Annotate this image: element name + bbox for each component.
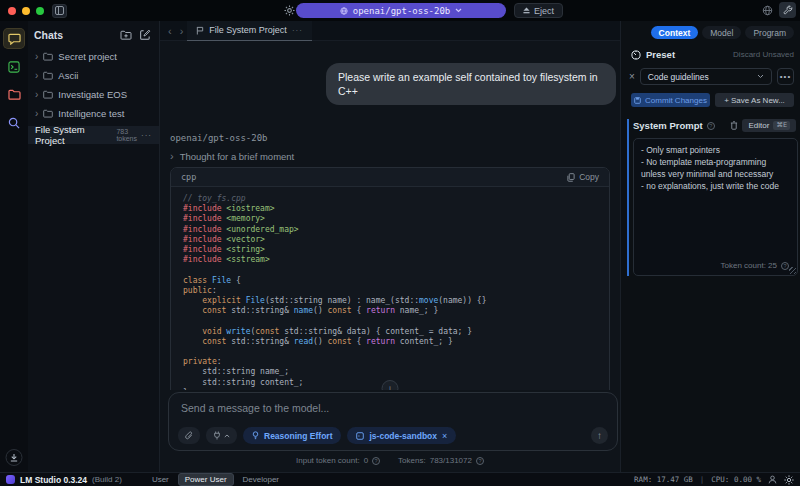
trash-icon-button[interactable] [730, 121, 738, 130]
chat-scroll-area[interactable]: Please write an example self contained t… [160, 41, 620, 390]
tab-program[interactable]: Program [745, 26, 794, 39]
message-input[interactable] [169, 393, 617, 421]
new-folder-button[interactable] [118, 27, 134, 43]
terminal-icon [8, 61, 20, 73]
chat-options-button[interactable]: ··· [141, 131, 152, 140]
code-line: const std::string& read() const { return… [183, 337, 597, 347]
folder-small-icon [43, 52, 53, 61]
folder-small-icon [43, 90, 53, 99]
help-circle-icon[interactable]: ? [781, 262, 789, 270]
mode-user[interactable]: User [145, 473, 176, 486]
scroll-to-bottom-button[interactable]: ↓ [382, 380, 399, 390]
pill-label: js-code-sandbox [369, 431, 437, 441]
columns-icon [55, 6, 64, 15]
sidebar-folder-secret-project[interactable]: › Secret project [28, 47, 159, 66]
input-token-value: 0 [364, 456, 368, 465]
discard-unsaved-button[interactable]: Discard Unsaved [733, 50, 794, 59]
input-token-count: Input token count: 0 ? [296, 456, 380, 465]
remove-plugin-button[interactable]: × [442, 431, 447, 441]
mode-power-user[interactable]: Power User [178, 473, 234, 486]
help-circle-icon[interactable]: ? [372, 457, 380, 465]
globe-status-icon[interactable] [762, 5, 773, 16]
chats-title: Chats [34, 29, 115, 41]
copy-code-button[interactable]: Copy [567, 172, 599, 182]
sidebar-folder-ascii[interactable]: › Ascii [28, 66, 159, 85]
user-account-icon[interactable] [768, 475, 777, 484]
plug-icon [213, 431, 221, 440]
resize-grip-handle[interactable] [789, 267, 796, 274]
download-icon [10, 453, 19, 462]
wrench-icon [783, 5, 793, 15]
code-line: std::string name_; [183, 367, 597, 377]
commit-label: Commit Changes [645, 96, 707, 105]
tab-file-system-project[interactable]: File System Project ··· [187, 21, 312, 41]
save-as-new-button[interactable]: + Save As New... [715, 93, 794, 107]
left-rail [0, 21, 28, 472]
assistant-model-name: openai/gpt-oss-20b [170, 133, 268, 143]
rail-my-models-tab[interactable] [4, 85, 24, 104]
close-window-button[interactable] [8, 7, 16, 15]
code-body: // toy_fs.cpp#include <iostream>#include… [171, 187, 609, 390]
help-circle-icon[interactable]: ? [707, 122, 715, 130]
mode-developer[interactable]: Developer [236, 473, 286, 486]
system-prompt-textarea[interactable]: - Only smart pointers - No template meta… [634, 139, 797, 275]
system-prompt-section: System Prompt ? Editor ⌘E - Only smart p… [627, 119, 798, 276]
main-chat-column: ‹ › File System Project ··· Please write… [160, 21, 620, 472]
rail-discover-tab[interactable] [4, 113, 24, 132]
preset-dropdown[interactable]: Code guidelines [640, 68, 772, 85]
chevron-right-icon: › [35, 89, 38, 100]
tab-options-button[interactable]: ··· [292, 26, 303, 35]
model-settings-gear-button[interactable] [282, 3, 296, 17]
lm-studio-logo-icon [6, 475, 15, 484]
preset-header-row: Preset Discard Unsaved [631, 49, 794, 60]
reasoning-effort-pill[interactable]: Reasoning Effort [243, 427, 341, 444]
chevron-right-icon: › [35, 51, 38, 62]
open-editor-button[interactable]: Editor ⌘E [742, 119, 796, 132]
help-circle-icon[interactable]: ? [476, 457, 484, 465]
chat-label: File System Project [35, 124, 109, 146]
js-code-sandbox-pill[interactable]: js-code-sandbox × [347, 427, 456, 444]
code-line: #include <unordered_map> [183, 225, 597, 235]
token-count-label: Token count: 25 [721, 261, 777, 270]
code-line: void write(const std::string& data) { co… [183, 327, 597, 337]
thought-disclosure[interactable]: › Thought for a brief moment [170, 150, 294, 162]
commit-changes-button[interactable]: Commit Changes [631, 93, 710, 107]
send-message-button[interactable]: ↑ [591, 427, 608, 444]
nav-forward-button[interactable]: › [176, 25, 188, 37]
plugins-button[interactable] [206, 427, 237, 444]
tab-context[interactable]: Context [651, 26, 699, 39]
code-line: #include <iostream> [183, 204, 597, 214]
chat-flag-icon [196, 26, 204, 35]
sandbox-icon [356, 432, 364, 440]
clear-preset-button[interactable]: × [629, 71, 635, 82]
code-language-label: cpp [181, 172, 196, 182]
paperclip-icon [185, 431, 193, 440]
code-line: #include <memory> [183, 214, 597, 224]
minimize-window-button[interactable] [22, 7, 30, 15]
rail-chat-tab[interactable] [4, 29, 24, 48]
top-bar: openai/gpt-oss-20b Eject [0, 0, 800, 21]
tab-model[interactable]: Model [702, 26, 741, 39]
copy-label: Copy [579, 172, 599, 182]
chats-sidebar: Chats › Secret project › Ascii › Investi… [28, 21, 160, 472]
user-mode-segments: User Power User Developer [145, 473, 286, 486]
settings-gear-icon[interactable] [784, 475, 794, 485]
sidebar-folder-intelligence-test[interactable]: › Intelligence test [28, 104, 159, 123]
sidebar-toggle-button[interactable] [52, 4, 67, 18]
preset-label-group: Preset [631, 49, 733, 60]
eject-model-button[interactable]: Eject [514, 3, 563, 18]
zoom-window-button[interactable] [36, 7, 44, 15]
sidebar-folder-investigate-eos[interactable]: › Investigate EOS [28, 85, 159, 104]
preset-more-button[interactable]: ••• [777, 68, 794, 85]
folder-icon [8, 89, 21, 100]
developer-tools-button[interactable] [779, 2, 796, 18]
loaded-model-selector[interactable]: openai/gpt-oss-20b [296, 3, 506, 18]
folder-small-icon [43, 71, 53, 80]
sidebar-chat-file-system-project[interactable]: File System Project 783 tokens ··· [28, 126, 159, 144]
downloads-button[interactable] [6, 449, 23, 466]
rail-developer-tab[interactable] [4, 57, 24, 76]
attach-file-button[interactable] [178, 427, 200, 444]
new-chat-button[interactable] [137, 27, 153, 43]
nav-back-button[interactable]: ‹ [164, 25, 176, 37]
commit-icon [634, 97, 641, 104]
